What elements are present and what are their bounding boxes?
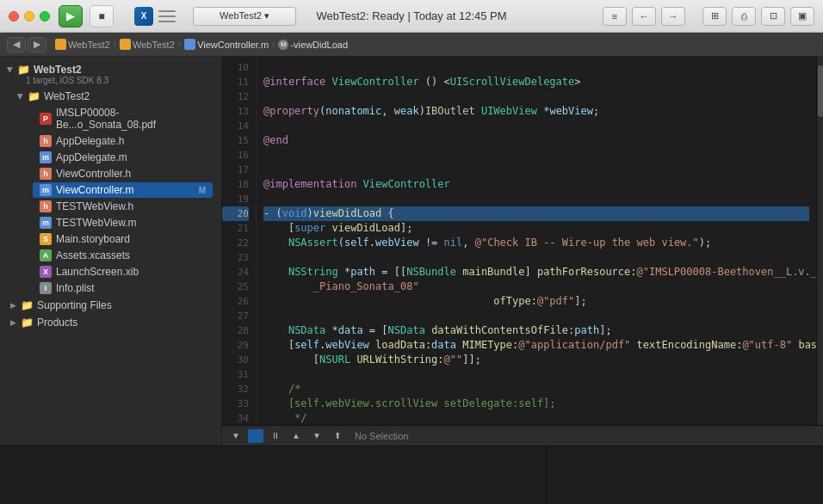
launchscreen-xib[interactable]: X LaunchScreen.xib xyxy=(33,264,213,280)
project-meta: 1 target, iOS SDK 8.3 xyxy=(7,76,214,85)
editor-toggle[interactable]: ▣ xyxy=(790,7,814,26)
code-line-highlighted: - (void)viewDidLoad { xyxy=(263,206,809,221)
stop-button[interactable]: ■ xyxy=(90,5,114,28)
play-button[interactable]: ▶ xyxy=(59,5,83,28)
view-toggle-1[interactable] xyxy=(248,429,263,443)
products-icon: 📁 xyxy=(21,317,34,329)
breadcrumb-forward[interactable]: ▶ xyxy=(28,37,46,52)
code-line xyxy=(263,309,809,323)
main-storyboard[interactable]: S Main.storyboard xyxy=(33,231,213,247)
filter-button[interactable]: ▼ xyxy=(227,428,244,444)
code-line xyxy=(263,89,809,104)
debug-toggle[interactable]: ⎙ xyxy=(732,7,756,26)
testwebview-h[interactable]: h TESTWebView.h xyxy=(33,199,213,214)
maximize-button[interactable] xyxy=(40,11,50,22)
code-line: [NSURL URLWithString:@""]]; xyxy=(263,353,809,367)
scrollbar-thumb[interactable] xyxy=(818,65,823,117)
products-group[interactable]: ▶ 📁 Products xyxy=(7,315,214,330)
titlebar-right: ≡ ← → ⊞ ⎙ ⊡ ▣ xyxy=(603,7,814,26)
navigator-toggle[interactable]: ⊞ xyxy=(702,7,727,26)
xib-label: LaunchScreen.xib xyxy=(56,266,139,278)
breadcrumb-bar: ◀ ▶ WebTest2 › WebTest2 › ViewController… xyxy=(0,33,823,57)
titlebar-title: WebTest2: Ready | Today at 12:45 PM xyxy=(316,9,506,22)
products-disclosure: ▶ xyxy=(10,318,16,327)
xcode-logo: X xyxy=(134,7,153,26)
sidebar: ▶ 📁 WebTest2 1 target, iOS SDK 8.3 ▶ 📁 W… xyxy=(0,57,222,446)
code-line: @implementation ViewController xyxy=(263,177,809,192)
project-root[interactable]: ▶ 📁 WebTest2 xyxy=(7,64,214,76)
h-icon: h xyxy=(40,135,52,147)
list-view-button[interactable]: ≡ xyxy=(603,7,627,26)
appdelegate-m[interactable]: m AppDelegate.m xyxy=(33,150,213,165)
testwebview-m[interactable]: m TESTWebView.m xyxy=(33,215,213,230)
code-line: @end xyxy=(263,133,809,148)
viewcontroller-m-label: ViewController.m xyxy=(56,184,133,196)
viewcontroller-h-label: ViewController.h xyxy=(56,168,131,180)
code-line xyxy=(263,119,809,133)
code-line: @interface ViewController () <UIScrollVi… xyxy=(263,75,809,89)
code-line: /* xyxy=(263,382,809,396)
breadcrumb-file[interactable]: ViewController.m xyxy=(197,40,269,50)
breadcrumb-project[interactable]: WebTest2 xyxy=(68,40,110,50)
code-line xyxy=(263,367,809,382)
assets-xcassets[interactable]: A Assets.xcassets xyxy=(33,248,213,263)
code-line xyxy=(263,60,809,75)
titlebar: ▶ ■ X WebTest2 ▾ WebTest2: Ready | Today… xyxy=(0,0,823,33)
code-line: NSString *path = [[NSBundle mainBundle] … xyxy=(263,265,809,280)
viewcontroller-m-icon: m xyxy=(40,184,52,196)
pdf-label: IMSLP00008-Be...o_Sonata_08.pdf xyxy=(56,107,206,131)
scheme-selector[interactable]: WebTest2 ▾ xyxy=(193,7,296,26)
breadcrumb-back[interactable]: ◀ xyxy=(7,37,26,52)
utilities-toggle[interactable]: ⊡ xyxy=(761,7,785,26)
code-line xyxy=(263,250,809,265)
project-icon: 📁 xyxy=(17,64,30,76)
viewcontroller-m[interactable]: m ViewController.m M xyxy=(33,182,213,198)
supporting-files-group[interactable]: ▶ 📁 Supporting Files xyxy=(7,298,214,313)
webtest2-group[interactable]: ▶ 📁 WebTest2 xyxy=(14,89,214,104)
pdf-icon: P xyxy=(40,113,52,125)
code-line: */ xyxy=(263,411,809,425)
appdelegate-m-label: AppDelegate.m xyxy=(56,151,127,163)
back-button[interactable]: ← xyxy=(632,7,656,26)
view-share[interactable]: ⬆ xyxy=(329,428,346,444)
forward-button[interactable]: → xyxy=(661,7,685,26)
supporting-files-label: Supporting Files xyxy=(37,299,112,311)
breadcrumb-method[interactable]: -viewDidLoad xyxy=(290,40,348,50)
webtest2-label: WebTest2 xyxy=(44,90,90,102)
code-line xyxy=(263,192,809,206)
supporting-files-disclosure: ▶ xyxy=(10,301,16,310)
info-plist[interactable]: I Info.plist xyxy=(33,280,213,296)
view-down[interactable]: ▼ xyxy=(308,428,325,444)
viewcontroller-h[interactable]: h ViewController.h xyxy=(33,166,213,181)
products-label: Products xyxy=(37,317,77,329)
main-storyboard-label: Main.storyboard xyxy=(56,233,130,245)
minimize-button[interactable] xyxy=(24,11,34,22)
breadcrumb-group[interactable]: WebTest2 xyxy=(133,40,175,50)
view-up[interactable]: ▲ xyxy=(288,428,305,444)
view-toggle-2[interactable]: ⏸ xyxy=(267,428,284,444)
debug-area xyxy=(0,446,823,504)
group-folder-icon xyxy=(120,39,131,50)
viewcontroller-h-icon: h xyxy=(40,168,52,180)
close-button[interactable] xyxy=(9,11,19,22)
code-line xyxy=(263,148,809,163)
code-line: NSData *data = [NSData dataWithContentsO… xyxy=(263,323,809,338)
no-selection-label: No Selection xyxy=(355,431,408,441)
titlebar-left: ▶ ■ X WebTest2 ▾ xyxy=(59,5,296,28)
file-icon-breadcrumb xyxy=(184,39,195,50)
code-line: NSAssert(self.webView != nil, @"Check IB… xyxy=(263,236,809,250)
modified-badge: M xyxy=(199,186,206,195)
line-numbers: 10 11 12 13 14 15 16 17 18 19 20 21 22 2… xyxy=(222,57,257,425)
scrollbar[interactable] xyxy=(816,57,823,425)
code-content[interactable]: @interface ViewController () <UIScrollVi… xyxy=(257,57,816,425)
code-line: [self.webView.scrollView setDelegate:sel… xyxy=(263,396,809,411)
xib-icon: X xyxy=(40,266,52,278)
code-line: @property(nonatomic, weak)IBOutlet UIWeb… xyxy=(263,104,809,119)
appdelegate-h[interactable]: h AppDelegate.h xyxy=(33,133,213,149)
xcassets-icon: A xyxy=(40,249,52,261)
storyboard-icon: S xyxy=(40,233,52,245)
testwebview-h-label: TESTWebView.h xyxy=(56,200,133,212)
code-line: ofType:@"pdf"]; xyxy=(263,294,809,309)
pdf-file[interactable]: P IMSLP00008-Be...o_Sonata_08.pdf xyxy=(33,105,213,132)
project-folder-icon xyxy=(55,39,66,50)
